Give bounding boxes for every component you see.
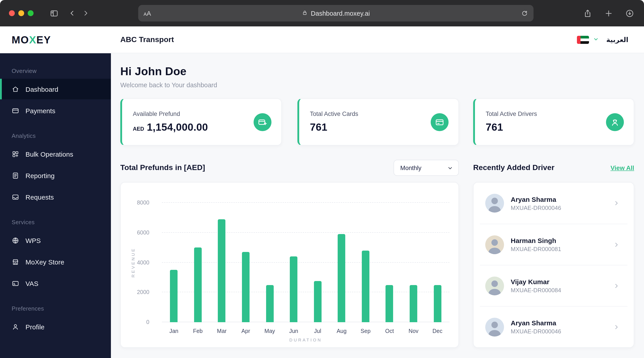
sidebar-item-reporting[interactable]: Reporting xyxy=(0,165,111,186)
sidebar-item-requests[interactable]: Requests xyxy=(0,187,111,207)
y-tick-0: 0 xyxy=(146,319,149,325)
sidebar-item-payments[interactable]: Payments xyxy=(0,100,111,121)
driver-list-item[interactable]: Aryan Sharma MXUAE-DR000046 xyxy=(480,183,628,224)
driver-list-item[interactable]: Aryan Sharma MXUAE-DR000046 xyxy=(480,306,628,347)
y-tick-6000: 6000 xyxy=(137,230,149,236)
driver-avatar xyxy=(485,194,504,213)
browser-window: AA Dashboard.moxey.ai xyxy=(0,0,644,358)
credit-card-icon xyxy=(12,107,19,114)
window-controls xyxy=(9,11,33,16)
chevron-right-icon xyxy=(613,324,620,330)
chart-bar-may xyxy=(266,285,274,322)
section-label-analytics: Analytics xyxy=(12,132,111,139)
x-tick-dec: Dec xyxy=(426,328,450,334)
chart-bars xyxy=(162,203,450,322)
chart-plot xyxy=(162,203,450,322)
stat-value: 761 xyxy=(486,121,503,133)
close-button[interactable] xyxy=(9,11,14,16)
sidebar-item-label: Payments xyxy=(26,107,55,114)
chevron-right-icon xyxy=(613,200,620,206)
stat-card-available-prefund: Available Prefund AED 1,154,000.00 xyxy=(120,99,282,145)
greeting: Hi John Doe xyxy=(120,65,634,78)
minimize-button[interactable] xyxy=(18,11,24,16)
driver-name: Aryan Sharma xyxy=(511,195,606,203)
uae-flag-icon xyxy=(577,36,589,44)
sidebar-item-bulk-operations[interactable]: Bulk Operations xyxy=(0,144,111,164)
card-icon xyxy=(431,113,448,131)
app-header: ABC Transport العربية xyxy=(111,27,644,53)
y-tick-2000: 2000 xyxy=(137,289,149,295)
card-plus-icon xyxy=(254,113,272,131)
x-axis-title: DURATION xyxy=(162,337,450,342)
chart-bar-jan xyxy=(170,270,178,322)
sidebar-item-vas[interactable]: VAS xyxy=(0,273,111,293)
sidebar-item-label: VAS xyxy=(26,279,38,287)
driver-id: MXUAE-DR000084 xyxy=(511,287,606,293)
chart-title: Total Prefunds in [AED] xyxy=(120,163,205,172)
driver-list-item[interactable]: Vijay Kumar MXUAE-DR000084 xyxy=(480,265,628,306)
sidebar-item-label: Requests xyxy=(26,193,54,201)
section-label-overview: Overview xyxy=(12,68,111,74)
x-tick-nov: Nov xyxy=(402,328,426,334)
x-tick-jan: Jan xyxy=(162,328,186,334)
new-tab-button[interactable] xyxy=(604,9,613,18)
chart-bar-sep xyxy=(362,251,370,322)
stat-currency: AED xyxy=(133,126,144,132)
zoom-button[interactable] xyxy=(28,11,33,16)
share-button[interactable] xyxy=(583,9,592,18)
stat-card-active-drivers: Total Active Drivers 761 xyxy=(473,99,634,145)
sidebar-item-moxey-store[interactable]: MoXey Store xyxy=(0,251,111,272)
x-tick-jun: Jun xyxy=(282,328,306,334)
drivers-panel-title: Recently Added Driver xyxy=(473,163,554,172)
chart-bar-apr xyxy=(242,252,250,322)
chart-bar-column xyxy=(330,203,354,322)
view-all-link[interactable]: View All xyxy=(610,164,634,171)
app-logo: MOXEY xyxy=(0,27,111,53)
stat-card-active-cards: Total Active Cards 761 xyxy=(298,99,459,145)
url-bar[interactable]: AA Dashboard.moxey.ai xyxy=(138,5,534,22)
globe-icon xyxy=(12,236,19,244)
sidebar-item-label: Bulk Operations xyxy=(26,150,73,158)
sidebar-item-label: Profile xyxy=(26,323,44,330)
chevron-down-icon xyxy=(447,165,453,171)
stat-label: Total Active Drivers xyxy=(486,111,537,117)
chart-y-labels: 02000400060008000 xyxy=(121,203,156,322)
sidebar-toggle-button[interactable] xyxy=(50,9,58,18)
sidebar-item-wps[interactable]: WPS xyxy=(0,230,111,251)
forward-button[interactable] xyxy=(82,10,89,17)
x-tick-jul: Jul xyxy=(306,328,330,334)
storefront-icon xyxy=(12,258,19,266)
y-tick-8000: 8000 xyxy=(137,200,149,206)
driver-id: MXUAE-DR000046 xyxy=(511,204,606,211)
sidebar-nav: Overview Dashboard Payments Analytics Bu… xyxy=(0,53,111,338)
home-icon xyxy=(12,85,19,93)
back-button[interactable] xyxy=(68,10,76,17)
stat-value: 1,154,000.00 xyxy=(147,121,208,133)
x-tick-feb: Feb xyxy=(186,328,210,334)
sidebar-item-label: MoXey Store xyxy=(26,258,64,266)
chart-bar-jun xyxy=(290,256,298,322)
recent-drivers-list: Aryan Sharma MXUAE-DR000046 xyxy=(473,182,634,348)
x-tick-sep: Sep xyxy=(354,328,378,334)
driver-id: MXUAE-DR000046 xyxy=(511,328,606,335)
chart-bar-column xyxy=(234,203,258,322)
downloads-button[interactable] xyxy=(625,9,634,18)
language-switcher[interactable] xyxy=(577,36,598,44)
driver-list-item[interactable]: Harman Singh MXUAE-DR000081 xyxy=(480,224,628,265)
x-tick-mar: Mar xyxy=(210,328,234,334)
document-icon xyxy=(12,172,19,179)
chart-bar-aug xyxy=(338,234,346,322)
welcome-text: Welcome back to Your dashboard xyxy=(120,82,634,89)
text-size-button[interactable]: AA xyxy=(144,10,151,17)
chevron-right-icon xyxy=(613,241,620,248)
x-tick-apr: Apr xyxy=(234,328,258,334)
sidebar-item-profile[interactable]: Profile xyxy=(0,316,111,337)
period-dropdown[interactable]: Monthly xyxy=(394,160,459,176)
x-tick-oct: Oct xyxy=(378,328,402,334)
language-label[interactable]: العربية xyxy=(606,36,628,44)
company-name: ABC Transport xyxy=(120,35,174,44)
driver-avatar xyxy=(485,317,504,336)
x-tick-aug: Aug xyxy=(330,328,354,334)
refresh-button[interactable] xyxy=(521,10,528,17)
sidebar-item-dashboard[interactable]: Dashboard xyxy=(0,79,111,99)
